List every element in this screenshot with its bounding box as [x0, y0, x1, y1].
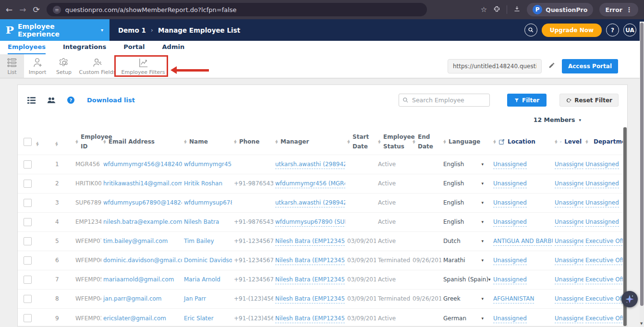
filter-button[interactable]: Filter	[507, 94, 547, 107]
level-link[interactable]: Unassigned	[555, 238, 583, 246]
sort-icon[interactable]: ▲▼	[75, 140, 78, 144]
employee-name-link[interactable]: Nilesh Batra	[184, 218, 219, 225]
employee-name-link[interactable]: wfdummysup67890	[184, 199, 232, 206]
group-view-icon[interactable]	[47, 97, 56, 104]
location-link[interactable]: Unassigned	[493, 276, 527, 284]
browser-address-bar[interactable]: ⚌ questionpro.com/a/showMemberReport.do?…	[47, 3, 427, 16]
employee-email-link[interactable]: hritikawasthi14@gmail.com	[103, 180, 182, 187]
toolbar-item-setup[interactable]: Setup	[51, 54, 77, 78]
level-link[interactable]: Unassigned	[555, 218, 583, 227]
manager-link[interactable]: utkarsh.awasthi (29894292)	[275, 161, 345, 169]
department-link[interactable]: Unassigned	[585, 161, 619, 169]
tab-integrations[interactable]: Integrations	[63, 43, 106, 54]
language-dropdown[interactable]: Spanish (Spain)▾	[443, 276, 489, 283]
location-link[interactable]: Unassigned	[493, 161, 527, 169]
location-link[interactable]: AFGHANISTAN	[493, 295, 534, 303]
browser-back-icon[interactable]: ←	[6, 6, 12, 14]
location-link[interactable]: Unassigned	[493, 218, 527, 227]
employee-email-link[interactable]: ericslater@gmail.com	[103, 315, 166, 322]
sort-icon[interactable]: ▲▼	[103, 140, 106, 144]
sort-icon[interactable]: ▲▼	[413, 140, 415, 144]
sort-icon[interactable]: ▲▼	[184, 140, 186, 144]
browser-forward-icon[interactable]: →	[19, 6, 26, 14]
browser-error-chip[interactable]: Error ⋮	[599, 3, 638, 16]
members-count-dropdown[interactable]: 12 Members ▾	[18, 107, 627, 123]
employee-name-link[interactable]: Hritik Roshan	[184, 180, 222, 187]
language-dropdown[interactable]: English▾	[443, 161, 489, 168]
level-link[interactable]: Unassigned	[555, 161, 583, 169]
sort-icon[interactable]: ▲▼	[347, 140, 350, 144]
breadcrumb-account[interactable]: Demo 1	[118, 26, 146, 34]
sort-icon[interactable]: ▲▼	[493, 140, 496, 144]
sort-icon[interactable]: ▲▼	[555, 140, 557, 144]
manager-link[interactable]: Nilesh Batra (EMP12345)	[275, 276, 345, 284]
department-link[interactable]: Executive Office	[585, 295, 627, 303]
portal-url-input[interactable]	[448, 59, 542, 73]
manager-link[interactable]: wfdummysup67890 (SUP67890)	[275, 218, 345, 227]
employee-email-link[interactable]: nilesh.batra@example.com	[103, 218, 182, 225]
row-checkbox[interactable]	[24, 237, 32, 245]
department-link[interactable]: Executive Office	[585, 257, 627, 265]
tab-admin[interactable]: Admin	[162, 43, 185, 54]
extensions-icon[interactable]	[493, 5, 500, 14]
browser-menu-icon[interactable]: ⋮	[626, 6, 632, 13]
toolbar-item-custom-fields[interactable]: Custom Fields	[77, 54, 118, 78]
sort-icon[interactable]: ▲▼	[36, 142, 38, 146]
language-dropdown[interactable]: English▾	[443, 180, 489, 187]
row-checkbox[interactable]	[24, 314, 32, 322]
language-dropdown[interactable]: Marathi▾	[443, 257, 489, 264]
department-link[interactable]: Unassigned	[585, 218, 619, 227]
tab-portal[interactable]: Portal	[123, 43, 145, 54]
level-link[interactable]: Unassigned	[555, 180, 583, 188]
bookmark-star-icon[interactable]: ☆	[481, 5, 487, 14]
row-checkbox[interactable]	[24, 180, 32, 188]
tab-employees[interactable]: Employees	[8, 43, 46, 54]
location-link[interactable]: Unassigned	[493, 315, 527, 323]
global-search-button[interactable]	[524, 24, 537, 36]
language-dropdown[interactable]: Dutch▾	[443, 238, 489, 244]
employee-name-link[interactable]: Dominic Davidson	[184, 257, 232, 264]
location-link[interactable]: Unassigned	[493, 180, 527, 188]
access-portal-button[interactable]: Access Portal	[562, 59, 618, 73]
toolbar-item-list[interactable]: List	[0, 54, 24, 78]
select-all-checkbox[interactable]	[24, 138, 32, 146]
sort-icon[interactable]: ▲▼	[443, 140, 446, 144]
row-checkbox[interactable]	[24, 160, 32, 169]
ai-assistant-button[interactable]	[621, 291, 638, 307]
user-avatar[interactable]: UA	[623, 24, 636, 36]
row-checkbox[interactable]	[24, 276, 32, 284]
sort-icon[interactable]: ▲▼	[55, 142, 58, 146]
employee-email-link[interactable]: wfdummymgr456@148240.com	[103, 161, 182, 168]
row-checkbox[interactable]	[24, 295, 32, 303]
location-link[interactable]: Unassigned	[493, 257, 527, 265]
search-employee-input[interactable]	[399, 94, 490, 107]
manager-link[interactable]: Nilesh Batra (EMP12345)	[275, 257, 345, 265]
employee-email-link[interactable]: mariaarnold@gmail.com	[103, 276, 174, 283]
employee-name-link[interactable]: Maria Arnold	[184, 276, 220, 283]
department-link[interactable]: Unassigned	[585, 199, 619, 207]
level-link[interactable]: Unassigned	[555, 295, 583, 303]
language-dropdown[interactable]: German▾	[443, 315, 489, 322]
reset-filter-button[interactable]: Reset Filter	[559, 94, 619, 107]
scroll-down-arrow-icon[interactable]: ▼	[640, 322, 643, 326]
manager-link[interactable]: Nilesh Batra (EMP12345)	[275, 315, 345, 323]
edit-pencil-icon[interactable]	[548, 61, 555, 71]
upgrade-now-button[interactable]: Upgrade Now	[542, 24, 602, 37]
level-link[interactable]: Unassigned	[555, 257, 583, 265]
level-link[interactable]: Unassigned	[555, 315, 583, 323]
list-view-icon[interactable]	[27, 97, 36, 104]
department-link[interactable]: Executive Office	[585, 276, 627, 284]
sort-icon[interactable]: ▲▼	[275, 140, 278, 144]
level-link[interactable]: Unassigned	[555, 276, 583, 284]
department-link[interactable]: Executive Office	[585, 315, 627, 323]
download-list-link[interactable]: Download list	[87, 97, 135, 104]
language-dropdown[interactable]: English▾	[443, 218, 489, 225]
manager-link[interactable]: Nilesh Batra (EMP12345)	[275, 238, 345, 246]
manager-link[interactable]: wfdummymgr456 (MGR456)	[275, 180, 345, 188]
employee-email-link[interactable]: dominic.davidson@gmail.com	[103, 257, 182, 264]
help-button[interactable]: ?	[606, 24, 619, 36]
sort-icon[interactable]: ▲▼	[585, 140, 588, 144]
page-scrollbar[interactable]: ▼	[640, 22, 644, 327]
manager-link[interactable]: Nilesh Batra (EMP12345)	[275, 295, 345, 303]
location-link[interactable]: Unassigned	[493, 199, 527, 207]
